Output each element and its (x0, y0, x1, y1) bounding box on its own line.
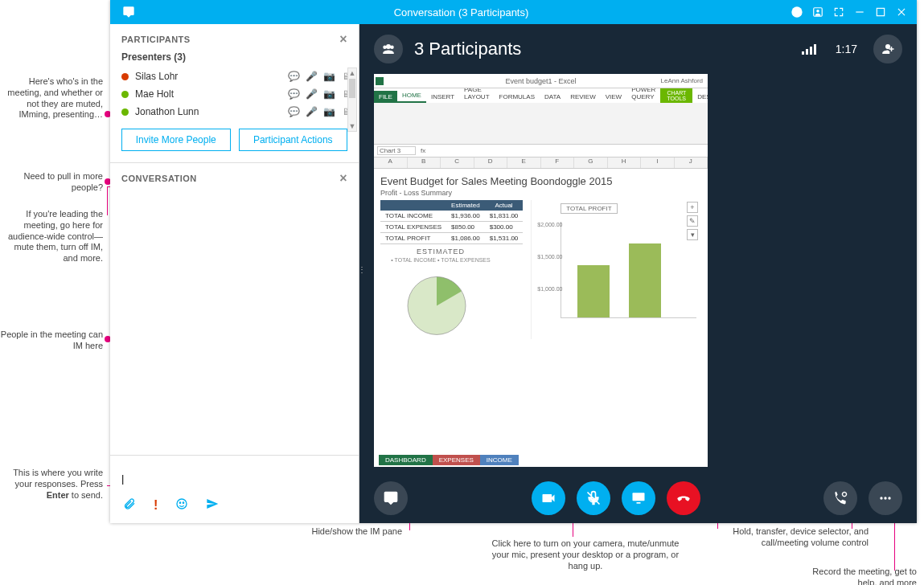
svg-point-2 (816, 10, 819, 13)
video-status-icon: 📷 (323, 71, 335, 82)
svg-point-12 (843, 493, 847, 497)
presence-icon (121, 91, 129, 98)
participant-row[interactable]: Silas Lohr 💬 🎤 📷 🖥 (121, 68, 352, 85)
sheet-tab[interactable]: INCOME (480, 455, 519, 465)
annotation-center: Click here to turn on your camera, mute/… (489, 538, 682, 571)
svg-rect-10 (632, 493, 644, 501)
svg-point-6 (180, 502, 181, 503)
maximize-icon[interactable] (872, 3, 889, 21)
message-input[interactable] (120, 462, 349, 494)
annotation-compose: This is where you write your responses. … (0, 468, 103, 501)
annotation-im: People in the meeting can IM here (0, 329, 103, 352)
attach-icon[interactable] (123, 497, 136, 513)
sheet-subtitle: Profit - Loss Summary (380, 189, 701, 197)
mic-muted-icon: 🎤 (306, 88, 317, 100)
importance-icon[interactable]: ! (154, 498, 158, 513)
participants-count-title: 3 Participants (414, 39, 521, 59)
svg-point-15 (888, 497, 890, 499)
send-icon[interactable] (206, 497, 219, 513)
excel-sheet-tabs: DASHBOARD EXPENSES INCOME (374, 452, 519, 467)
excel-ribbon (374, 103, 708, 145)
close-participants-icon[interactable]: × (339, 32, 347, 47)
left-column: PARTICIPANTS × Presenters (3) Silas Lohr… (110, 24, 359, 523)
svg-point-0 (791, 6, 802, 17)
participant-row[interactable]: Jonathon Lunn 💬 🎤 📷 🖥 (121, 103, 352, 121)
participant-row[interactable]: Mae Holt 💬 🎤 📷 🖥 (121, 85, 352, 103)
annotation-actions: If you're leading the meeting, go here f… (0, 209, 103, 264)
window-title: Conversation (3 Participants) (138, 6, 785, 18)
svg-rect-11 (636, 502, 640, 504)
ribbon-tab[interactable]: DATA (540, 91, 565, 103)
excel-ribbon-tabs: FILE HOME INSERT PAGE LAYOUT FORMULAS DA… (374, 88, 708, 103)
compose-box: ! (110, 455, 359, 523)
video-status-icon: 📷 (323, 106, 335, 117)
titlebar: Conversation (3 Participants) (110, 0, 917, 24)
splitter-handle[interactable]: ⋮ (358, 265, 368, 274)
add-participant-button[interactable] (873, 35, 902, 63)
participant-name: Jonathon Lunn (135, 106, 199, 117)
participant-name: Mae Holt (135, 88, 174, 100)
presenters-subheader: Presenters (3) (121, 51, 186, 63)
invite-more-button[interactable]: Invite More People (121, 129, 231, 151)
excel-logo-icon (376, 77, 384, 85)
annotation-more: Record the meeting, get to help, and mor… (796, 567, 917, 585)
mute-button[interactable] (577, 481, 610, 515)
svg-rect-3 (856, 11, 863, 12)
excel-namebox[interactable]: Chart 3 (377, 146, 416, 155)
toggle-im-button[interactable] (374, 481, 408, 515)
conversation-history[interactable] (110, 189, 359, 455)
signal-icon (802, 43, 816, 55)
bar-actual (629, 243, 661, 317)
ribbon-tab[interactable]: REVIEW (565, 91, 601, 103)
excel-column-headers: ABCDEFGHIJ (374, 158, 708, 169)
im-status-icon: 💬 (288, 88, 299, 100)
participant-actions-button[interactable]: Participant Actions (239, 129, 348, 151)
mic-muted-icon: 🎤 (306, 71, 317, 82)
video-button[interactable] (532, 481, 565, 515)
excel-titlebar: Event budget1 - Excel LeAnn Ashford (374, 74, 708, 88)
sheet-tab[interactable]: EXPENSES (433, 455, 480, 465)
ribbon-tab[interactable]: HOME (397, 89, 426, 103)
roster-toggle-button[interactable] (374, 35, 403, 63)
call-controls-button[interactable] (823, 481, 857, 515)
fullscreen-icon[interactable] (830, 3, 848, 21)
contacts-titlebar-icon[interactable] (809, 3, 827, 21)
conversation-header: CONVERSATION (121, 174, 197, 183)
ribbon-tab[interactable]: VIEW (601, 91, 626, 103)
emoji-icon[interactable] (175, 497, 188, 513)
mic-muted-icon: 🎤 (306, 106, 317, 117)
presence-icon (121, 108, 129, 116)
ribbon-tab[interactable]: INSERT (426, 91, 459, 103)
fx-icon: fx (421, 147, 425, 154)
participants-list: Silas Lohr 💬 🎤 📷 🖥 Mae Holt 💬 (110, 68, 359, 121)
svg-rect-4 (877, 8, 884, 15)
present-button[interactable] (622, 481, 655, 515)
ribbon-tab[interactable]: FORMULAS (495, 91, 540, 103)
presence-icon (121, 73, 129, 80)
im-status-icon: 💬 (288, 106, 299, 117)
close-conversation-icon[interactable]: × (339, 171, 347, 186)
more-options-button[interactable] (869, 481, 902, 515)
sheet-tab[interactable]: DASHBOARD (379, 455, 433, 465)
minimize-icon[interactable] (851, 3, 869, 21)
svg-point-13 (880, 497, 882, 499)
conversation-area: ! (110, 189, 359, 523)
ribbon-tab[interactable]: DESIGN (692, 91, 708, 103)
shared-content: Event budget1 - Excel LeAnn Ashford FILE… (374, 74, 708, 467)
sheet-title: Event Budget for Sales Meeting Boondoggl… (380, 175, 701, 187)
close-window-icon[interactable] (893, 3, 910, 21)
summary-table: Estimated Actual TOTAL INCOME$1,936.00$1… (380, 200, 523, 244)
participants-scrollbar[interactable]: ▲▼ (347, 68, 357, 132)
skype-window: Conversation (3 Participants) (110, 0, 917, 523)
ribbon-tab[interactable]: FILE (374, 91, 397, 103)
annotation-roster: Here's who's in the meeting, and whether… (0, 76, 103, 121)
chart-add-element-icon[interactable]: + (687, 202, 698, 213)
excel-doc-title: Event budget1 - Excel (505, 77, 576, 85)
video-status-icon: 📷 (323, 88, 335, 100)
emoji-titlebar-icon[interactable] (788, 3, 806, 21)
annotation-hide-im: Hide/show the IM pane (265, 526, 402, 538)
annotation-hold: Hold, transfer, device selector, and cal… (732, 526, 869, 549)
hangup-button[interactable] (667, 481, 700, 515)
ribbon-context-group: CHART TOOLS (660, 88, 692, 103)
estimated-pie-chart: ESTIMATED • TOTAL INCOME • TOTAL EXPENSE… (380, 248, 501, 339)
